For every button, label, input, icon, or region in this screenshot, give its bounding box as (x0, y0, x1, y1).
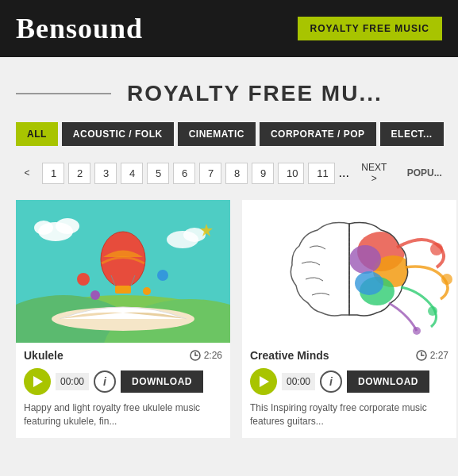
cards-grid: Ukulele 2:26 00:00 i DOWNLOAD Happy and … (0, 200, 458, 438)
filter-bar: ALL ACOUSTIC / FOLK CINEMATIC CORPORATE … (0, 122, 458, 158)
filter-electronic[interactable]: ELECT... (380, 122, 444, 146)
svg-point-27 (355, 271, 383, 295)
svg-point-29 (430, 243, 443, 255)
track-card-creative-minds: Creative Minds 2:27 00:00 i DOWNLOAD Thi… (242, 200, 456, 438)
track-card-ukulele: Ukulele 2:26 00:00 i DOWNLOAD Happy and … (16, 200, 230, 438)
title-divider (16, 93, 111, 94)
next-page-button[interactable]: NEXT > (353, 158, 395, 188)
header: Bensound ROYALTY FREE MUSIC (0, 0, 458, 57)
play-icon-ukulele (33, 376, 43, 387)
play-icon-creative (260, 376, 269, 387)
info-button-creative[interactable]: i (320, 370, 342, 393)
player-row-ukulele: 00:00 i DOWNLOAD (16, 365, 230, 401)
track-info-row-ukulele: Ukulele 2:26 (16, 343, 230, 365)
play-button-ukulele[interactable] (24, 368, 51, 395)
page-title-area: ROYALTY FREE MU... (0, 57, 458, 122)
download-button-ukulele[interactable]: DOWNLOAD (121, 370, 203, 393)
page-1-button[interactable]: 1 (42, 163, 64, 184)
info-button-ukulele[interactable]: i (94, 370, 116, 393)
time-display-ukulele: 00:00 (56, 373, 89, 390)
svg-point-15 (77, 273, 90, 286)
page-title: ROYALTY FREE MU... (127, 81, 383, 106)
track-image-creative-minds (242, 200, 456, 343)
page-7-button[interactable]: 7 (199, 163, 221, 184)
svg-point-11 (56, 218, 79, 234)
page-4-button[interactable]: 4 (121, 163, 143, 184)
svg-point-12 (34, 221, 53, 235)
pagination-ellipsis: ... (339, 166, 349, 180)
page-6-button[interactable]: 6 (173, 163, 195, 184)
pagination: < 1 2 3 4 5 6 7 8 9 10 11 ... NEXT > POP… (0, 158, 458, 200)
track-title-creative: Creative Minds (250, 349, 329, 362)
download-button-creative[interactable]: DOWNLOAD (347, 370, 429, 393)
track-duration-ukulele: 2:26 (190, 350, 222, 361)
popular-button[interactable]: POPU... (399, 163, 442, 182)
svg-point-32 (413, 327, 421, 335)
page-10-button[interactable]: 10 (278, 163, 304, 184)
page-5-button[interactable]: 5 (147, 163, 169, 184)
svg-point-16 (157, 270, 168, 281)
svg-point-30 (441, 274, 452, 285)
filter-corporate-pop[interactable]: CORPORATE / POP (260, 122, 376, 146)
clock-icon-ukulele (190, 350, 201, 361)
clock-icon-creative (416, 350, 427, 361)
royalty-free-music-button[interactable]: ROYALTY FREE MUSIC (298, 17, 442, 40)
player-row-creative: 00:00 i DOWNLOAD (242, 365, 456, 401)
time-display-creative: 00:00 (282, 373, 315, 390)
page-11-button[interactable]: 11 (308, 163, 334, 184)
track-description-creative: This Inspiring royalty free corporate mu… (242, 401, 456, 438)
page-3-button[interactable]: 3 (94, 163, 117, 184)
filter-cinematic[interactable]: CINEMATIC (178, 122, 256, 146)
page-9-button[interactable]: 9 (252, 163, 274, 184)
track-info-row-creative: Creative Minds 2:27 (242, 343, 456, 365)
filter-all[interactable]: ALL (16, 122, 58, 146)
track-title-ukulele: Ukulele (24, 349, 64, 362)
track-description-ukulele: Happy and light royalty free ukulele mus… (16, 401, 230, 438)
logo: Bensound (16, 12, 143, 45)
svg-point-31 (428, 306, 437, 316)
track-image-ukulele (16, 200, 230, 343)
track-duration-creative: 2:27 (416, 350, 448, 361)
svg-rect-9 (115, 286, 131, 294)
page-8-button[interactable]: 8 (225, 163, 248, 184)
prev-page-button[interactable]: < (16, 163, 38, 182)
svg-point-17 (143, 287, 151, 295)
svg-point-18 (90, 290, 100, 300)
filter-acoustic-folk[interactable]: ACOUSTIC / FOLK (62, 122, 174, 146)
svg-point-26 (349, 245, 381, 274)
page-2-button[interactable]: 2 (68, 163, 90, 184)
play-button-creative[interactable] (250, 368, 277, 395)
